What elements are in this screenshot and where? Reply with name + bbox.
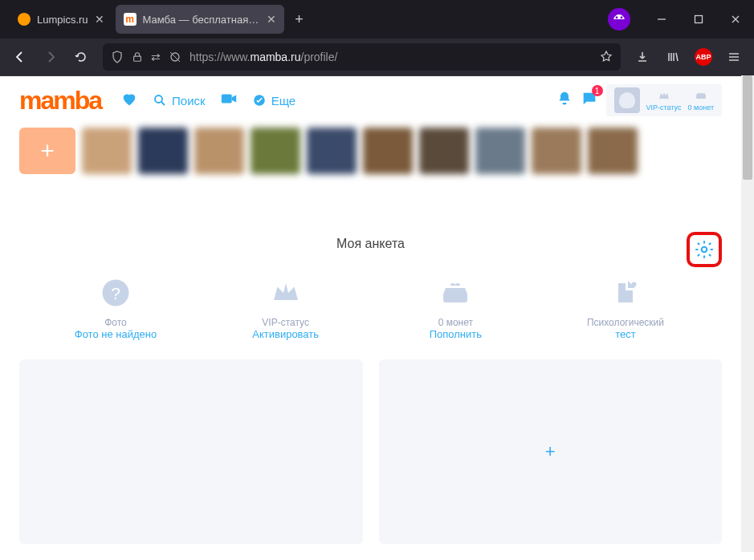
close-icon[interactable]: ✕ [267, 13, 276, 26]
photo-thumbnail[interactable] [363, 128, 413, 174]
card-coins[interactable]: 0 монет Пополнить [383, 278, 528, 340]
card-test[interactable]: Психологический тест [553, 278, 698, 340]
shield-icon [111, 51, 124, 63]
svg-rect-1 [134, 56, 141, 61]
favicon-lumpics [18, 13, 31, 26]
nav-more-label: Еще [271, 94, 296, 108]
abp-button[interactable]: ABP [690, 43, 717, 71]
svg-point-9 [631, 282, 636, 287]
plus-icon: + [545, 441, 556, 462]
photo-thumbnail[interactable] [475, 128, 525, 174]
menu-button[interactable] [720, 43, 748, 71]
svg-point-3 [155, 95, 162, 103]
add-photo-button[interactable]: + [19, 128, 75, 174]
profile-settings-button[interactable] [687, 232, 722, 267]
window-minimize-button[interactable] [643, 0, 680, 39]
svg-rect-4 [221, 95, 231, 103]
tab-label: Lumpics.ru [37, 14, 88, 26]
forward-button[interactable] [37, 43, 64, 71]
chat-icon[interactable]: 1 [581, 90, 598, 111]
photo-strip: + [0, 124, 741, 189]
svg-text:?: ? [111, 284, 120, 302]
browser-titlebar: Lumpics.ru ✕ m Мамба — бесплатная сеть з… [0, 0, 754, 39]
downloads-button[interactable] [629, 43, 656, 71]
extension-icon[interactable] [608, 8, 630, 30]
url-text: https://www.mamba.ru/profile/ [190, 51, 337, 63]
lock-icon [132, 51, 143, 63]
favicon-mamba: m [124, 13, 137, 26]
permissions-icon [169, 51, 181, 63]
wallet-icon [383, 278, 528, 310]
photo-thumbnail[interactable] [532, 128, 581, 174]
avatar [614, 87, 640, 113]
logo[interactable]: mamba [19, 86, 101, 116]
tab-label: Мамба — бесплатная сеть зна [143, 14, 260, 26]
photo-thumbnail[interactable] [82, 128, 132, 174]
coins-link[interactable]: 0 монет [688, 89, 715, 112]
site-header: mamba Поиск Еще 1 VIP-ста [0, 76, 741, 124]
settings-toggle-icon: ⇄ [151, 51, 161, 63]
photo-thumbnail[interactable] [419, 128, 469, 174]
user-box[interactable]: VIP-статус 0 монет [606, 84, 722, 116]
video-icon[interactable] [220, 90, 238, 111]
reload-button[interactable] [67, 43, 95, 71]
window-maximize-button[interactable] [680, 0, 717, 39]
library-button[interactable] [659, 43, 687, 71]
panel-right[interactable]: + [379, 359, 723, 544]
section-title: Моя анкета [19, 237, 722, 251]
nav-more[interactable]: Еще [252, 93, 296, 108]
new-tab-button[interactable]: + [287, 7, 312, 31]
test-icon [553, 278, 698, 310]
heart-icon[interactable] [120, 90, 138, 111]
crown-icon [214, 278, 358, 310]
photo-thumbnail[interactable] [588, 128, 638, 174]
browser-tab-mamba[interactable]: m Мамба — бесплатная сеть зна ✕ [116, 5, 284, 34]
nav-search[interactable]: Поиск [153, 93, 206, 108]
card-photo[interactable]: ? Фото Фото не найдено [43, 278, 188, 340]
browser-tab-lumpics[interactable]: Lumpics.ru ✕ [10, 5, 112, 34]
window-close-button[interactable] [717, 0, 754, 39]
photo-thumbnail[interactable] [138, 128, 188, 174]
page-content: mamba Поиск Еще 1 VIP-ста [0, 75, 741, 552]
photo-thumbnail[interactable] [307, 128, 357, 174]
vip-status-link[interactable]: VIP-статус [646, 89, 682, 112]
star-icon[interactable] [600, 51, 613, 63]
page-scrollbar[interactable] [741, 75, 754, 552]
panel-left[interactable] [19, 359, 363, 544]
svg-rect-0 [695, 16, 703, 23]
browser-navbar: ⇄ https://www.mamba.ru/profile/ ABP [0, 39, 754, 75]
photo-thumbnail[interactable] [251, 128, 300, 174]
nav-search-label: Поиск [172, 94, 206, 108]
photo-thumbnail[interactable] [194, 128, 244, 174]
bell-icon[interactable] [556, 91, 573, 110]
close-icon[interactable]: ✕ [95, 13, 104, 26]
notif-badge: 1 [592, 85, 603, 96]
address-bar[interactable]: ⇄ https://www.mamba.ru/profile/ [103, 43, 621, 71]
card-vip[interactable]: VIP-статус Активировать [214, 278, 358, 340]
back-button[interactable] [6, 43, 34, 71]
svg-point-6 [702, 247, 707, 253]
question-icon: ? [43, 278, 188, 310]
